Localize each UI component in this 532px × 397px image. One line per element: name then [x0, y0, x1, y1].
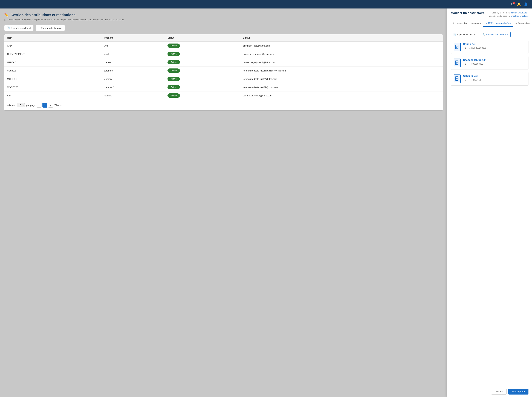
table-row[interactable]: CHEVENEMENT Axel Activé axel.chevenement… — [4, 50, 443, 58]
transactions-tab-icon: ≡ — [516, 22, 517, 25]
ref-count-value: 2 — [465, 47, 467, 49]
cell-email: jeremy.modeste+uat22@k-tns.com — [240, 83, 443, 92]
ref-card-content: Claviers Dell + 2 ☰ 32423412 — [463, 74, 526, 81]
ref-count: + 2 — [463, 62, 466, 65]
table-row[interactable]: modeste jeremee Activé jeremy.modeste+de… — [4, 67, 443, 75]
modified-label: Modifié il y a 13 jours par — [489, 15, 510, 17]
cell-prenom: Affif — [102, 41, 165, 50]
create-recipient-button[interactable]: + Créer un destinataire — [36, 25, 65, 31]
ref-card-meta: + 2 ☰ 3993993993 — [463, 62, 526, 65]
cell-email: axel.chevenement@k-tns.com — [240, 50, 443, 58]
excel-icon-small: 📄 — [453, 33, 456, 36]
ref-card: Sacoche laptop 14" + 2 ☰ 3993993993 — [451, 56, 528, 70]
table-row[interactable]: AID Sofiane Activé sofiane.aid+uat5@k-tn… — [4, 92, 443, 100]
afficher-label: Afficher: — [7, 104, 15, 106]
monitor-icon[interactable]: 🖵 1 — [511, 2, 514, 6]
cell-statut: Activé — [165, 75, 240, 83]
cell-nom: HADJADJ — [4, 58, 102, 67]
status-badge: Activé — [167, 52, 180, 56]
bell-icon[interactable]: 🔔 — [517, 2, 521, 6]
ref-code: ☰ 3993993993 — [469, 63, 483, 65]
table-row[interactable]: KADRI Affif Activé affif.kadri+uat2@k-tn… — [4, 41, 443, 50]
page-title-row: ✏️ Gestion des attributions et restituti… — [4, 13, 443, 17]
status-badge: Activé — [167, 68, 180, 73]
refs-tab-icon: ≡ — [486, 22, 487, 25]
ref-card-title[interactable]: Claviers Dell — [463, 74, 526, 77]
barcode-icon: ☰ — [469, 47, 471, 49]
export-excel-button[interactable]: 📄 Exporter vers Excel — [4, 25, 34, 31]
created-author[interactable]: Jeremy MODESTE — [511, 12, 527, 14]
prev-page-button[interactable]: ‹ — [37, 103, 42, 108]
ref-card-content: Sacoche laptop 14" + 2 ☰ 3993993993 — [463, 59, 526, 65]
layers-icon: + — [463, 78, 465, 81]
table-row[interactable]: HADJADJ James Activé james.hadjadj+uat2@… — [4, 58, 443, 67]
drawer-header: Modifier un destinataire Créé il y a 7 m… — [447, 8, 532, 29]
ref-card-icon — [454, 74, 461, 83]
main-container: ✏️ Gestion des attributions et restituti… — [0, 8, 532, 397]
cell-email: jeremy.modeste+destinataires@k-tns.com — [240, 67, 443, 75]
ref-count: + 2 — [463, 78, 466, 81]
cell-prenom: Jeremy 2 — [102, 83, 165, 92]
drawer: Modifier un destinataire Créé il y a 7 m… — [447, 8, 532, 397]
tab-transactions[interactable]: ≡ Transactions — [513, 20, 532, 27]
col-nom: Nom — [4, 34, 102, 41]
create-label: Créer un destinataire — [41, 27, 62, 29]
total-lines: 7 lignes — [55, 104, 62, 106]
table-row[interactable]: MODESTE Jeremy Activé jeremy.modeste+uat… — [4, 75, 443, 83]
status-badge: Activé — [167, 77, 180, 81]
tab-transactions-label: Transactions — [518, 22, 531, 25]
col-statut: Statut — [165, 34, 240, 41]
ref-card-icon — [454, 43, 461, 51]
info-tab-icon: ⓘ — [453, 21, 455, 25]
ref-count-value: 2 — [465, 79, 467, 81]
status-badge: Activé — [167, 60, 180, 64]
cell-prenom: Jeremy — [102, 75, 165, 83]
cell-statut: Activé — [165, 41, 240, 50]
ref-cards-container: Souris Dell + 2 ☰ REF200200200 — [451, 40, 528, 86]
subtitle-text: Permet de créer modifier et supprimer le… — [8, 19, 124, 21]
drawer-footer: Annuler Sauvegarder — [447, 386, 532, 397]
pagination: Afficher: 10 25 50 par page ‹ 1 › 7 lign… — [4, 100, 443, 110]
ref-card-icon — [454, 59, 461, 67]
col-email: E-mail — [240, 34, 443, 41]
drawer-meta: Créé il y a 7 mois par Jeremy MODESTE . … — [489, 11, 528, 18]
per-page-label: par page — [26, 104, 35, 106]
ref-card-title[interactable]: Souris Dell — [463, 43, 526, 45]
cell-statut: Activé — [165, 92, 240, 100]
cell-prenom: Sofiane — [102, 92, 165, 100]
action-bar: 📄 Exporter vers Excel + Créer un destina… — [4, 25, 443, 31]
drawer-body: 📄 Exporter vers Excel 🔍 Attribuer une ré… — [447, 29, 532, 386]
notification-badge: 1 — [513, 2, 515, 4]
barcode-icon: ☰ — [469, 79, 471, 81]
user-icon[interactable]: 👤 — [524, 2, 528, 6]
modified-author[interactable]: undefined undefined — [511, 15, 528, 17]
status-badge: Activé — [167, 85, 180, 89]
cancel-button[interactable]: Annuler — [491, 389, 507, 395]
col-prenom: Prénom — [102, 34, 165, 41]
ref-card-meta: + 2 ☰ 32423412 — [463, 78, 526, 81]
cell-email: jeremy.modeste+uat2@k-tns.com — [240, 75, 443, 83]
export-refs-button[interactable]: 📄 Exporter vers Excel — [451, 32, 478, 37]
tab-informations[interactable]: ⓘ Informations principales — [451, 20, 483, 27]
ref-card: Claviers Dell + 2 ☰ 32423412 — [451, 72, 528, 86]
page-1-button[interactable]: 1 — [43, 103, 47, 108]
layers-icon: + — [463, 62, 465, 65]
tab-refs-label: Références attribuées — [488, 22, 511, 25]
left-panel: ✏️ Gestion des attributions et restituti… — [0, 8, 447, 397]
next-page-button[interactable]: › — [48, 103, 53, 108]
pagination-nav: ‹ 1 › — [37, 103, 53, 108]
navbar: 🖵 1 🔔 👤 — [0, 0, 532, 8]
period-dot: . — [528, 12, 528, 14]
search-icon: 🔍 — [483, 33, 485, 36]
table-row[interactable]: MODESTE Jeremy 2 Activé jeremy.modeste+u… — [4, 83, 443, 92]
ref-card-title[interactable]: Sacoche laptop 14" — [463, 59, 526, 61]
save-button[interactable]: Sauvegarder — [508, 389, 528, 395]
ref-code-value: REF200200200 — [471, 47, 486, 49]
per-page-select[interactable]: 10 25 50 — [17, 103, 25, 107]
tab-references[interactable]: ≡ Références attribuées — [483, 20, 513, 27]
drawer-tabs: ⓘ Informations principales ≡ Références … — [451, 20, 528, 27]
ref-count-value: 2 — [465, 63, 467, 65]
assign-ref-label: Attribuer une référence — [486, 33, 508, 36]
assign-ref-button[interactable]: 🔍 Attribuer une référence — [480, 32, 511, 37]
cell-prenom: Axel — [102, 50, 165, 58]
